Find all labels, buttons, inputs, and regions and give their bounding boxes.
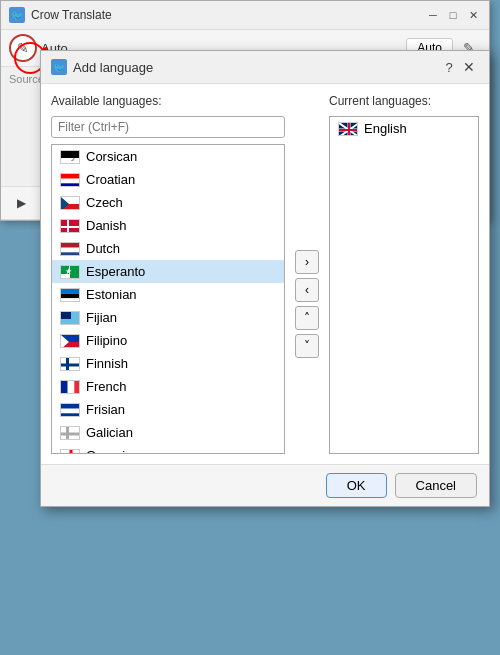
language-list-item[interactable]: Galician xyxy=(52,421,284,444)
flag-icon xyxy=(60,403,80,417)
current-languages-panel: Current languages: English xyxy=(329,94,479,454)
flag-icon xyxy=(338,122,358,136)
language-name: Filipino xyxy=(86,333,127,348)
ok-button[interactable]: OK xyxy=(326,473,387,498)
help-button[interactable]: ? xyxy=(439,57,459,77)
svg-rect-14 xyxy=(61,252,80,256)
svg-rect-51 xyxy=(339,129,358,131)
svg-rect-30 xyxy=(61,381,68,394)
language-list-item[interactable]: ★Esperanto xyxy=(52,260,284,283)
language-list-item[interactable]: Finnish xyxy=(52,352,284,375)
svg-rect-29 xyxy=(61,363,80,366)
svg-rect-4 xyxy=(61,178,80,183)
flag-icon xyxy=(60,380,80,394)
flag-icon: ☽ xyxy=(60,150,80,164)
svg-rect-33 xyxy=(61,404,80,409)
svg-text:☽: ☽ xyxy=(68,154,75,163)
flag-icon xyxy=(60,242,80,256)
svg-rect-40 xyxy=(70,450,73,455)
flag-icon xyxy=(60,426,80,440)
language-name: Dutch xyxy=(86,241,120,256)
dialog-body: Available languages: ☽CorsicanCroatianCz… xyxy=(41,84,489,464)
language-name: Croatian xyxy=(86,172,135,187)
language-name: Corsican xyxy=(86,149,137,164)
language-name: Esperanto xyxy=(86,264,145,279)
svg-rect-23 xyxy=(61,312,71,319)
language-list-item[interactable]: Frisian xyxy=(52,398,284,421)
svg-rect-20 xyxy=(61,293,80,298)
language-name: Czech xyxy=(86,195,123,210)
language-list-item[interactable]: Danish xyxy=(52,214,284,237)
language-name: French xyxy=(86,379,126,394)
move-right-button[interactable]: › xyxy=(295,250,319,274)
current-languages-header: Current languages: xyxy=(329,94,479,108)
svg-rect-11 xyxy=(61,226,80,228)
dialog-footer: OK Cancel xyxy=(41,464,489,506)
svg-rect-5 xyxy=(61,183,80,187)
svg-rect-34 xyxy=(61,408,80,413)
language-name: English xyxy=(364,121,407,136)
flag-icon xyxy=(60,334,80,348)
language-list-item[interactable]: Dutch xyxy=(52,237,284,260)
dialog-title-bar: 🐦 Add language ? ✕ xyxy=(41,51,489,84)
dialog-title: Add language xyxy=(73,60,439,75)
edit-source-button[interactable]: ✎ xyxy=(9,34,37,62)
close-button[interactable]: ✕ xyxy=(465,7,481,23)
flag-icon xyxy=(60,173,80,187)
play-button[interactable]: ▶ xyxy=(9,191,33,215)
language-list-item[interactable]: Filipino xyxy=(52,329,284,352)
add-language-dialog: 🐦 Add language ? ✕ Available languages: … xyxy=(40,50,490,507)
move-up-button[interactable]: ˄ xyxy=(295,306,319,330)
language-name: Frisian xyxy=(86,402,125,417)
svg-rect-35 xyxy=(61,413,80,417)
language-name: Estonian xyxy=(86,287,137,302)
language-name: Georgian xyxy=(86,448,139,454)
language-list-item[interactable]: French xyxy=(52,375,284,398)
language-list-item[interactable]: Georgian xyxy=(52,444,284,454)
language-list-item[interactable]: Croatian xyxy=(52,168,284,191)
language-name: Danish xyxy=(86,218,126,233)
flag-icon xyxy=(60,288,80,302)
language-name: Galician xyxy=(86,425,133,440)
available-languages-header: Available languages: xyxy=(51,94,285,108)
move-down-button[interactable]: ˅ xyxy=(295,334,319,358)
language-list-item[interactable]: Estonian xyxy=(52,283,284,306)
window-controls: ─ □ ✕ xyxy=(425,7,481,23)
language-filter-input[interactable] xyxy=(51,116,285,138)
current-language-list[interactable]: English xyxy=(329,116,479,454)
svg-rect-38 xyxy=(61,432,80,435)
language-list-item[interactable]: Fijian xyxy=(52,306,284,329)
maximize-button[interactable]: □ xyxy=(445,7,461,23)
language-list-item[interactable]: ☽Corsican xyxy=(52,145,284,168)
app-title: Crow Translate xyxy=(31,8,425,22)
svg-text:★: ★ xyxy=(65,267,72,276)
available-languages-panel: Available languages: ☽CorsicanCroatianCz… xyxy=(51,94,285,454)
svg-rect-3 xyxy=(61,174,80,179)
flag-icon xyxy=(60,449,80,455)
flag-icon xyxy=(60,357,80,371)
language-name: Fijian xyxy=(86,310,117,325)
title-bar: 🐦 Crow Translate ─ □ ✕ xyxy=(1,1,489,30)
arrow-buttons: › ‹ ˄ ˅ xyxy=(295,94,319,454)
svg-rect-31 xyxy=(68,381,75,394)
flag-icon: ★ xyxy=(60,265,80,279)
language-list[interactable]: ☽CorsicanCroatianCzechDanishDutch★Espera… xyxy=(51,144,285,454)
language-name: Finnish xyxy=(86,356,128,371)
flag-icon xyxy=(60,196,80,210)
svg-rect-21 xyxy=(61,298,80,302)
app-icon: 🐦 xyxy=(9,7,25,23)
svg-rect-32 xyxy=(74,381,80,394)
svg-rect-13 xyxy=(61,247,80,252)
dialog-close-button[interactable]: ✕ xyxy=(459,57,479,77)
svg-rect-19 xyxy=(61,289,80,294)
current-language-item[interactable]: English xyxy=(330,117,478,140)
minimize-button[interactable]: ─ xyxy=(425,7,441,23)
flag-icon xyxy=(60,219,80,233)
move-left-button[interactable]: ‹ xyxy=(295,278,319,302)
svg-rect-12 xyxy=(61,243,80,248)
dialog-icon: 🐦 xyxy=(51,59,67,75)
flag-icon xyxy=(60,311,80,325)
language-list-item[interactable]: Czech xyxy=(52,191,284,214)
cancel-button[interactable]: Cancel xyxy=(395,473,477,498)
